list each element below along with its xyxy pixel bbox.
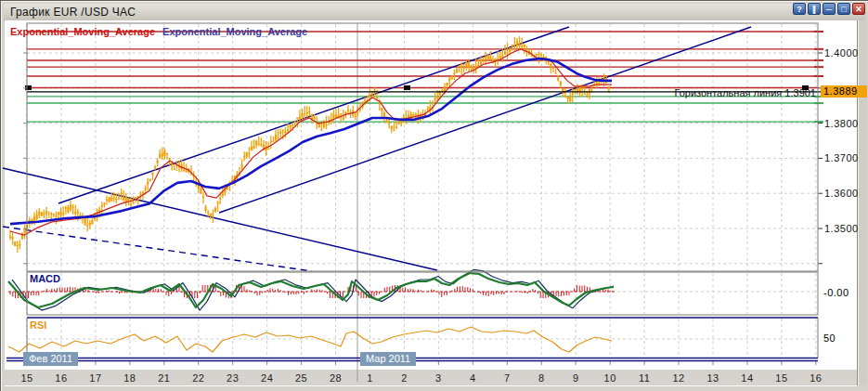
candle-body <box>166 153 168 154</box>
main-panel-border <box>27 23 818 271</box>
x-axis-label: 17 <box>84 372 107 384</box>
candle-body <box>524 44 525 46</box>
candle-body <box>162 153 163 156</box>
candle-body <box>267 149 269 150</box>
candle-body <box>79 215 81 219</box>
candle-body <box>422 117 424 118</box>
rsi-axis-value: 50 <box>823 332 836 344</box>
candle-body <box>229 182 231 184</box>
date-axis: 1516171821222324252812347891011121314151… <box>1 372 868 385</box>
candle-body <box>343 117 344 119</box>
horizontal-line-annotation[interactable]: Горизонтальная линия 1.3901 <box>521 87 816 98</box>
candle-body <box>459 66 460 67</box>
candle-body <box>338 115 340 119</box>
candle-body <box>504 51 506 54</box>
candle-body <box>328 122 330 123</box>
candle-body <box>60 212 62 216</box>
descending-trendline[interactable] <box>3 168 437 270</box>
candle-body <box>593 84 595 85</box>
candle-body <box>432 103 434 104</box>
candle-body <box>311 114 313 119</box>
candle-body <box>340 113 342 114</box>
x-axis-label: 23 <box>222 372 244 384</box>
candle-body <box>359 110 361 111</box>
trendline-handle[interactable] <box>404 85 410 90</box>
candle-body <box>236 174 238 177</box>
candle-body <box>21 234 23 240</box>
ascending-channel-lower[interactable] <box>219 27 751 213</box>
x-axis-label: 9 <box>564 372 587 384</box>
candle-body <box>12 237 14 240</box>
candle-body <box>121 193 123 194</box>
candle-body <box>465 62 467 67</box>
candle-body <box>175 170 177 171</box>
candle-body <box>456 69 458 72</box>
candle-body <box>596 83 598 85</box>
candle-body <box>475 66 477 67</box>
x-axis-label: 11 <box>633 372 655 384</box>
candle-body <box>263 145 265 150</box>
candle-body <box>314 117 316 119</box>
descending-trendline-dashed[interactable] <box>3 227 312 271</box>
candle-body <box>355 116 356 117</box>
candle-body <box>369 94 370 97</box>
candle-body <box>533 55 535 56</box>
candle-body <box>125 197 127 202</box>
candle-body <box>501 55 503 57</box>
rsi-line <box>8 327 612 352</box>
candle-body <box>157 161 159 163</box>
candle-body <box>214 208 216 213</box>
candle-body <box>439 91 441 96</box>
candle-body <box>130 204 132 205</box>
candle-body <box>17 245 19 246</box>
candle-body <box>441 90 443 91</box>
candle-body <box>89 223 91 225</box>
candle-body <box>444 87 446 91</box>
candle-body <box>239 173 240 174</box>
ascending-channel-upper[interactable] <box>58 27 569 203</box>
candle-body <box>118 198 120 199</box>
price-axis-label: 1.3600 <box>824 188 859 199</box>
candle-body <box>548 60 550 63</box>
candle-body <box>415 114 417 116</box>
candle-body <box>335 115 337 118</box>
trendline-handle[interactable] <box>25 85 32 90</box>
candle-body <box>287 129 289 131</box>
candle-body <box>65 207 67 209</box>
candle-body <box>302 113 304 118</box>
candle-body <box>323 122 325 127</box>
candle-body <box>393 130 395 131</box>
month-badge-feb: Фев 2011 <box>23 352 78 366</box>
x-axis-label: 14 <box>736 372 758 384</box>
x-axis-label: 1 <box>359 372 382 384</box>
chart-canvas[interactable] <box>1 1 868 391</box>
candle-body <box>41 212 43 216</box>
candle-body <box>278 137 279 138</box>
x-axis-label: 8 <box>530 372 552 384</box>
legend-ema-fast[interactable]: Exponential_Moving_Average <box>10 26 155 37</box>
candle-body <box>260 144 262 145</box>
candle-body <box>171 164 173 166</box>
candle-body <box>67 207 69 212</box>
candle-body <box>371 91 373 93</box>
candle-body <box>33 216 35 220</box>
candle-body <box>110 198 112 202</box>
legend-ema-slow[interactable]: Exponential_Moving_Average <box>162 26 307 37</box>
candle-body <box>598 83 600 84</box>
candle-body <box>19 244 20 245</box>
candle-body <box>106 199 108 200</box>
candle-body <box>489 57 491 59</box>
candle-body <box>557 78 559 80</box>
candle-body <box>178 164 180 166</box>
candle-body <box>403 117 405 119</box>
candle-body <box>410 113 412 119</box>
candle-body <box>200 189 201 194</box>
candle-body <box>326 124 328 125</box>
candle-body <box>127 198 129 201</box>
x-axis-label: 25 <box>291 372 313 384</box>
candle-body <box>98 210 100 213</box>
candle-body <box>135 197 136 198</box>
candle-body <box>400 118 402 119</box>
candle-body <box>603 80 605 82</box>
candle-body <box>555 73 557 74</box>
